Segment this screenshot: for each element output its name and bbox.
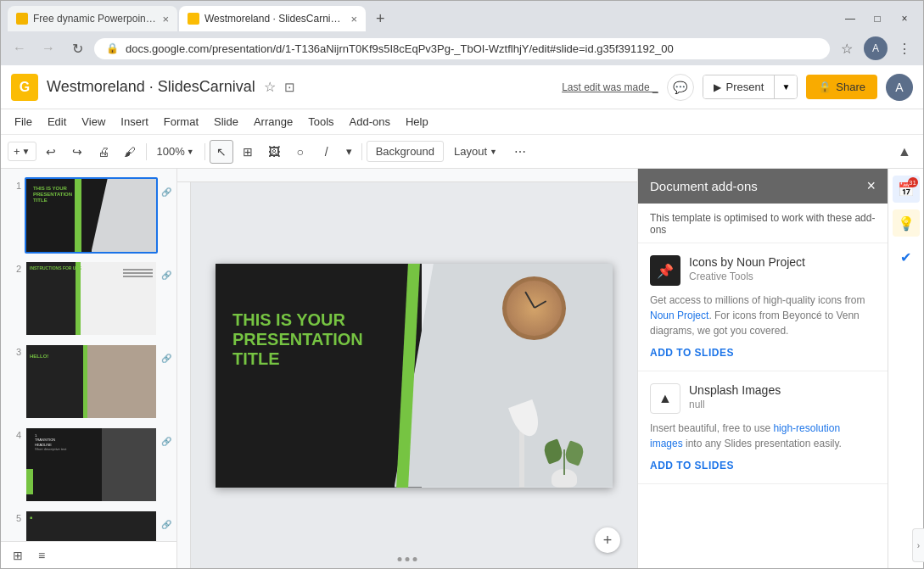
user-avatar[interactable]: A <box>886 74 913 101</box>
slide-number-2: 2 <box>6 260 21 274</box>
expand-rail-button[interactable]: › <box>912 528 923 562</box>
slide-canvas[interactable]: THIS IS YOUR PRESENTATION TITLE <box>216 264 613 488</box>
nav-dot-1 <box>398 557 402 561</box>
image-tool[interactable]: 🖼 <box>262 140 286 164</box>
lock-share-icon: 🔒 <box>818 81 832 93</box>
menu-arrange[interactable]: Arrange <box>247 113 300 131</box>
browser-tab-2[interactable]: Westmoreland · SlidesCarnival - × <box>179 6 366 31</box>
new-tab-button[interactable]: + <box>367 7 394 31</box>
bookmark-icon[interactable]: ☆ <box>264 79 276 95</box>
layout-button[interactable]: Layout ▼ <box>446 141 505 162</box>
menu-format[interactable]: Format <box>157 113 205 131</box>
addon-desc-unsplash: Insert beautiful, free to use high-resol… <box>650 421 876 451</box>
minimize-button[interactable]: — <box>838 9 862 28</box>
more-options-button[interactable]: ⋯ <box>507 142 533 162</box>
present-button[interactable]: ▶ Present <box>703 75 775 98</box>
lightbulb-icon: 💡 <box>898 215 915 232</box>
ruler-left <box>177 182 191 568</box>
background-button[interactable]: Background <box>367 141 444 162</box>
slides-logo: G <box>11 74 38 101</box>
shapes-tool[interactable]: ○ <box>288 140 312 164</box>
slide-navigation-dots <box>398 557 417 561</box>
zoom-button[interactable]: 100% ▼ <box>151 142 200 161</box>
zoom-dropdown-icon: ▼ <box>187 148 194 156</box>
grid-view-button[interactable]: ⊞ <box>8 545 28 566</box>
slide-thumb-1[interactable]: 1 THIS IS YOURPRESENTATIONTITLE 🔗 <box>4 176 173 255</box>
slide-photo-area <box>402 264 613 488</box>
collapse-panel-button[interactable]: ▲ <box>893 140 916 164</box>
slide-number-3: 3 <box>6 343 21 357</box>
browser-profile-icon[interactable]: A <box>864 36 888 60</box>
slide-image-1: THIS IS YOURPRESENTATIONTITLE <box>25 177 158 254</box>
layout-dropdown-icon: ▼ <box>490 148 497 156</box>
undo-button[interactable]: ↩ <box>39 140 63 164</box>
app-title: Westmoreland · SlidesCarnival <box>47 78 255 96</box>
maximize-button[interactable]: □ <box>865 9 889 28</box>
list-view-button[interactable]: ≡ <box>31 545 52 566</box>
bookmark-star-icon[interactable]: ☆ <box>835 36 859 60</box>
menu-insert[interactable]: Insert <box>114 113 155 131</box>
text-box-tool[interactable]: ⊞ <box>236 140 260 164</box>
menu-edit[interactable]: Edit <box>41 113 73 131</box>
select-tool[interactable]: ↖ <box>210 140 233 164</box>
insert-button[interactable]: + ▼ <box>8 142 36 161</box>
slide-number-5: 5 <box>6 510 21 523</box>
slide-list: 1 THIS IS YOURPRESENTATIONTITLE 🔗 2 <box>1 169 176 541</box>
forward-button[interactable]: → <box>36 36 60 60</box>
slide-link-icon-5: 🔗 <box>161 520 171 529</box>
slide-sidebar: 1 THIS IS YOURPRESENTATIONTITLE 🔗 2 <box>1 169 177 568</box>
view-toggle: ⊞ ≡ <box>8 545 52 566</box>
main-content: 1 THIS IS YOURPRESENTATIONTITLE 🔗 2 <box>1 169 923 568</box>
addon-item-unsplash: ▲ Unsplash Images null Insert beautiful,… <box>638 371 888 484</box>
present-dropdown-button[interactable]: ▼ <box>774 75 797 98</box>
url-bar[interactable]: 🔒 docs.google.com/presentation/d/1-T136a… <box>94 38 830 59</box>
close-button[interactable]: × <box>893 9 916 28</box>
browser-menu-icon[interactable]: ⋮ <box>893 36 916 60</box>
lock-icon: 🔒 <box>106 42 119 54</box>
menu-file[interactable]: File <box>8 113 39 131</box>
menu-help[interactable]: Help <box>399 113 435 131</box>
menu-slide[interactable]: Slide <box>207 113 245 131</box>
refresh-button[interactable]: ↻ <box>65 36 89 60</box>
menu-tools[interactable]: Tools <box>301 113 340 131</box>
addon-add-button-noun[interactable]: ADD TO SLIDES <box>650 347 876 359</box>
slide-number-1: 1 <box>6 177 21 191</box>
present-label: Present <box>726 81 764 93</box>
menu-addons[interactable]: Add-ons <box>343 113 397 131</box>
comments-icon-button[interactable]: 💬 <box>667 74 694 101</box>
more-tools-button[interactable]: ▾ <box>341 142 357 160</box>
addon-logo-unsplash: ▲ <box>650 383 680 414</box>
tab1-close-icon[interactable]: × <box>162 13 169 25</box>
tasks-rail-button[interactable]: ✔ <box>893 243 920 271</box>
paint-format-button[interactable]: 🖌 <box>118 140 142 164</box>
addons-panel-subtitle: This template is optimised to work with … <box>638 204 888 243</box>
calendar-rail-button[interactable]: 📅 31 <box>893 176 920 203</box>
addon-add-button-unsplash[interactable]: ADD TO SLIDES <box>650 460 876 471</box>
slide-thumb-4[interactable]: 4 1.TRANSITIONHEADLINEShort descriptive … <box>4 425 173 505</box>
slide-number-4: 4 <box>6 427 21 440</box>
browser-tab-1[interactable]: Free dynamic Powerpoint templa... × <box>8 6 177 31</box>
slide-thumb-3[interactable]: 3 HELLO! 🔗 <box>4 342 173 421</box>
share-button[interactable]: 🔒 Share <box>806 75 877 99</box>
slide-thumb-2[interactable]: 2 INSTRUCTIONS FOR USE <box>4 259 173 338</box>
tab2-close-icon[interactable]: × <box>350 13 357 25</box>
redo-button[interactable]: ↪ <box>65 140 89 164</box>
addons-panel-header: Document add-ons × <box>638 169 888 204</box>
slide-title: THIS IS YOUR PRESENTATION TITLE <box>232 310 363 369</box>
slide-title-line2: PRESENTATION <box>232 330 363 349</box>
line-tool[interactable]: / <box>315 140 339 164</box>
addons-panel-close-icon[interactable]: × <box>866 177 876 195</box>
menu-view[interactable]: View <box>75 113 112 131</box>
folder-icon[interactable]: ⊡ <box>284 80 295 95</box>
toolbar: + ▼ ↩ ↪ 🖨 🖌 100% ▼ ↖ ⊞ 🖼 ○ / ▾ Backgroun… <box>1 135 923 169</box>
back-button[interactable]: ← <box>8 36 31 60</box>
lightbulb-rail-button[interactable]: 💡 <box>893 209 920 237</box>
slide-link-icon-3: 🔗 <box>161 354 171 363</box>
slide-thumb-5[interactable]: 5 ■ 🔗 <box>4 508 173 541</box>
add-to-slide-button[interactable]: + <box>595 527 620 553</box>
url-text: docs.google.com/presentation/d/1-T136aNi… <box>126 42 818 55</box>
slide-link-icon-2: 🔗 <box>161 271 171 280</box>
plant-decoration <box>540 428 587 488</box>
print-button[interactable]: 🖨 <box>92 140 115 164</box>
browser-window: Free dynamic Powerpoint templa... × West… <box>0 0 924 569</box>
